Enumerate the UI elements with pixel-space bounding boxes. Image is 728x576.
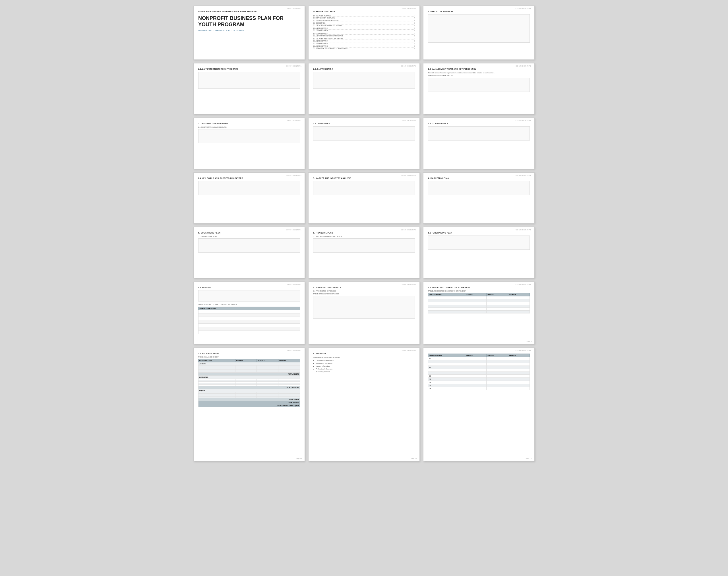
table-row [199,310,300,313]
management-table-label: TABLE: LEAD TEAM MEMBERS [428,75,530,77]
appendix-card: CONFIDENTIAL 8. APPENDIX Possible items … [308,348,420,461]
table-row: ES [428,366,530,369]
confidential-label: CONFIDENTIAL [516,229,531,231]
table-row [199,313,300,317]
management-desc: The table below shows the organization's… [428,72,530,74]
operations-plan-card: CONFIDENTIAL 5. OPERATIONS PLAN 5.1 SHOR… [193,227,305,278]
col-period3: PERIOD 3 [508,354,530,357]
balance-col-p1: PERIOD 1 [235,359,257,363]
org-overview-title: 2. ORGANIZATION OVERVIEW [198,123,300,124]
confidential-label: CONFIDENTIAL [516,65,531,67]
col-period2: PERIOD 2 [487,293,508,296]
projected-cash-card: CONFIDENTIAL 7.2 PROJECTED CASH FLOW STA… [423,282,535,344]
fundraising-plan-card: CONFIDENTIAL 6.3 FUNDRAISING PLAN [423,227,535,278]
list-item: Detailed market research [316,359,415,362]
market-analysis-content [313,181,415,195]
marketing-plan-content [428,181,530,195]
table-total-row: TOTAL LIABILITIES [199,386,300,389]
table-row [428,308,530,311]
table-grand-total: TOTAL LIABILITIES AND EQUITY [199,404,300,407]
confidential-label: CONFIDENTIAL [401,174,417,176]
cashflow-right-table: CATEGORY / TYPE PERIOD 1 PERIOD 2 PERIOD… [428,353,530,390]
toc-item: 2 ORGANIZATION OVERVIEW4 [313,17,415,19]
confidential-label: CONFIDENTIAL [286,174,302,176]
appendix-title: 8. APPENDIX [313,352,415,354]
org-overview-card: CONFIDENTIAL 2. ORGANIZATION OVERVIEW 2.… [193,118,305,169]
objectives-card: CONFIDENTIAL 2.2 OBJECTIVES [308,118,420,169]
marketing-plan-card: CONFIDENTIAL 4. MARKETING PLAN [423,172,535,224]
table-row [199,324,300,327]
appendix-list: Detailed market researchResumes of key p… [313,359,415,373]
program-a1-card: CONFIDENTIAL 2.2.2.1 PROGRAM A [308,63,420,114]
appendix-intro: Possible items to attach are as follows: [313,356,415,358]
balance-table-label: TABLE: BALANCE SHEET [198,356,300,358]
management-team-card: CONFIDENTIAL 2.3 MANAGEMENT TEAM AND KEY… [423,63,535,114]
toc-item: 2.2.1.1 YOUTH MENTORING PROGRAMS6 [313,35,415,37]
market-analysis-title: 3. MARKET AND INDUSTRY ANALYSIS [313,177,415,179]
table-row [428,302,530,305]
exec-summary-card: CONFIDENTIAL 1. EXECUTIVE SUMMARY [423,6,535,60]
key-goals-title: 2.4 KEY GOALS AND SUCCESS INDICATORS [198,177,300,179]
table-total-row: TOTAL ASSETS [199,373,300,376]
sources-header: SOURCES OF FUNDING [199,307,300,310]
table-row [199,330,300,334]
toc-card: CONFIDENTIAL TABLE OF CONTENTS 1 EXECUTI… [308,6,420,60]
balance-col-p3: PERIOD 3 [279,359,300,363]
table-row: C8 [428,384,530,387]
toc-item: 2.2.1.2 PROGRAM B6 [313,30,415,32]
table-row [428,305,530,308]
program-a2-card: CONFIDENTIAL 2.2.1.1 PROGRAM A [423,118,535,169]
cover-tagline: NONPROFIT ORGANIZATION NAME [198,29,300,32]
confidential-label: CONFIDENTIAL [286,8,302,9]
cashflow-right-card: CONFIDENTIAL CATEGORY / TYPE PERIOD 1 PE… [423,348,535,461]
key-goals-card: CONFIDENTIAL 2.4 KEY GOALS AND SUCCESS I… [193,172,305,224]
program-a2-title: 2.2.1.1 PROGRAM A [428,123,530,124]
funding-content [198,290,300,301]
projected-cash-table: CATEGORY / TYPE PERIOD 1 PERIOD 2 PERIOD… [428,293,530,313]
list-item: Supporting material [316,371,415,373]
table-row [428,372,530,375]
page-number: Page 18 [526,458,532,459]
management-title: 2.3 MANAGEMENT TEAM AND KEY PERSONNEL [428,68,530,70]
toc-item: 1 EXECUTIVE SUMMARY3 [313,14,415,17]
org-overview-content [198,129,300,143]
toc-item: 2.1 ORGANIZATION BACKGROUND4 [313,19,415,22]
balance-sheet-card: CONFIDENTIAL 7.3 BALANCE SHEET TABLE: BA… [193,348,305,461]
page-number: Page 20 [411,458,417,459]
table-row [428,299,530,302]
toc-item: 2.2.1.3 PROGRAM C6 [313,32,415,35]
col-period1: PERIOD 1 [465,354,487,357]
toc-item: 2.2.2 FUTURE MENTORING PROGRAMS6 [313,37,415,40]
table-row: N3 [428,378,530,381]
confidential-label: CONFIDENTIAL [516,8,531,9]
table-row: ES [428,375,530,378]
cover-card: CONFIDENTIAL NONPROFIT BUSINESS PLAN TEM… [193,6,305,60]
financial-statements-content [313,296,415,319]
youth-mentoring-content [198,72,300,89]
exec-summary-title: 1. EXECUTIVE SUMMARY [428,10,530,12]
confidential-label: CONFIDENTIAL [401,120,417,121]
financial-statements-table-label: TABLE: PROJECTED EXPENSES [313,293,415,295]
confidential-label: CONFIDENTIAL [401,284,417,285]
toc-item: 2.2.2.2 PROGRAM B6 [313,42,415,45]
balance-table: CATEGORY / TYPE PERIOD 1 PERIOD 2 PERIOD… [198,359,300,407]
fundraising-plan-content [428,235,530,250]
table-grand-total: TOTAL ASSETS [199,401,300,404]
cover-org-name: NONPROFIT BUSINESS PLAN TEMPLATE FOR YOU… [198,10,300,12]
col-period1: PERIOD 1 [465,293,487,296]
marketing-plan-title: 4. MARKETING PLAN [428,177,530,179]
table-row: ES [428,357,530,360]
program-a1-content [313,72,415,89]
toc-item: 2.3 MANAGEMENT TEAM AND KEY PERSONNEL6 [313,48,415,50]
financial-statements-title: 7. FINANCIAL STATEMENTS [313,286,415,288]
balance-col-category: CATEGORY / TYPE [199,359,235,363]
list-item: Resumes of key people [316,362,415,365]
table-row [428,311,530,313]
financial-statements-subtitle: 7.1 PROJECTED EXPENSES [313,290,415,292]
table-section-label: LIABILITIES [199,376,300,379]
market-analysis-card: CONFIDENTIAL 3. MARKET AND INDUSTRY ANAL… [308,172,420,224]
sources-table: SOURCES OF FUNDING [198,307,300,334]
table-row: 3W [428,381,530,384]
balance-sheet-title: 7.3 BALANCE SHEET [198,352,300,354]
table-section-label: EQUITY [199,389,300,392]
